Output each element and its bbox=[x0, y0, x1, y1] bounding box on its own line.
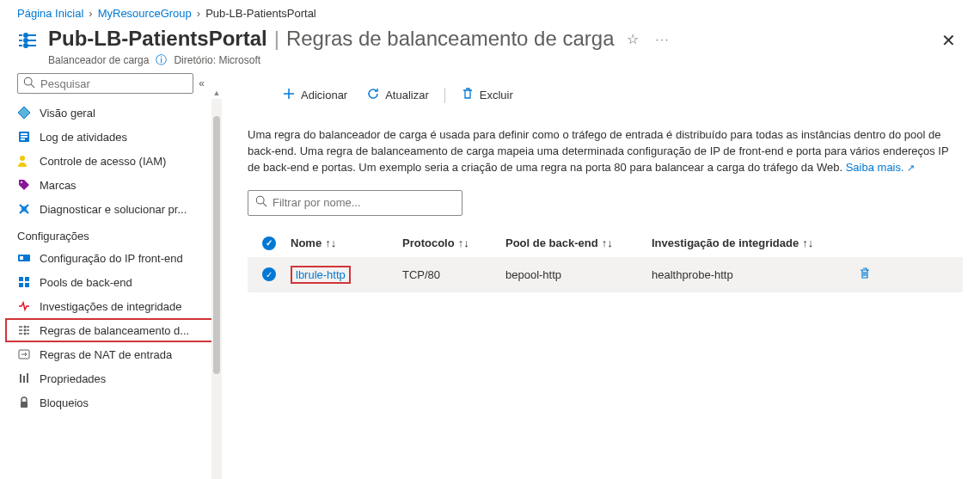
resource-type-label: Balanceador de carga bbox=[48, 54, 149, 66]
description-text: Uma regra do balanceador de carga é usad… bbox=[248, 117, 963, 190]
svg-point-27 bbox=[256, 196, 264, 204]
sidebar-item-overview[interactable]: Visão geral bbox=[0, 101, 222, 125]
svg-line-28 bbox=[263, 203, 266, 206]
page-subtitle: Regras de balanceamento de carga bbox=[286, 27, 615, 51]
info-icon[interactable]: ⓘ bbox=[156, 52, 167, 68]
breadcrumb: Página Inicial › MyResourceGroup › Pub-L… bbox=[0, 0, 980, 23]
sidebar: « Visão geral Log de atividades Controle… bbox=[0, 73, 222, 479]
breadcrumb-link[interactable]: Página Inicial bbox=[17, 7, 83, 20]
activity-log-icon bbox=[17, 130, 31, 144]
scrollbar-thumb[interactable] bbox=[213, 116, 220, 374]
frontend-ip-icon bbox=[17, 251, 31, 265]
svg-rect-25 bbox=[27, 373, 28, 383]
sidebar-item-backend-pools[interactable]: Pools de back-end bbox=[0, 270, 222, 294]
delete-icon bbox=[461, 87, 475, 103]
svg-rect-26 bbox=[21, 402, 28, 408]
sort-icon: ↑↓ bbox=[802, 236, 813, 249]
sidebar-search[interactable] bbox=[17, 73, 193, 94]
column-header-name[interactable]: Nome ↑↓ bbox=[291, 236, 402, 249]
chevron-right-icon: › bbox=[89, 7, 92, 20]
svg-marker-5 bbox=[18, 107, 30, 119]
row-checkbox[interactable]: ✓ bbox=[262, 267, 276, 281]
sidebar-item-lb-rules[interactable]: Regras de balanceamento d... bbox=[5, 318, 217, 342]
rule-name-link[interactable]: lbrule-http bbox=[291, 266, 351, 284]
svg-point-10 bbox=[20, 156, 25, 161]
lb-rules-icon bbox=[17, 323, 31, 337]
sidebar-item-diagnose[interactable]: Diagnosticar e solucionar pr... bbox=[0, 197, 222, 221]
plus-icon bbox=[282, 87, 296, 103]
svg-point-3 bbox=[24, 77, 32, 85]
backend-icon bbox=[17, 275, 31, 289]
sidebar-item-locks[interactable]: Bloqueios bbox=[0, 390, 222, 415]
filter-box[interactable] bbox=[248, 190, 462, 216]
sidebar-item-properties[interactable]: Propriedades bbox=[0, 366, 222, 390]
sidebar-section-settings: Configurações bbox=[0, 221, 222, 246]
column-header-pool[interactable]: Pool de back-end ↑↓ bbox=[505, 236, 652, 249]
overview-icon bbox=[17, 106, 31, 120]
svg-rect-16 bbox=[25, 277, 29, 281]
svg-point-11 bbox=[21, 181, 22, 183]
svg-point-2 bbox=[24, 44, 28, 47]
sidebar-item-activity-log[interactable]: Log de atividades bbox=[0, 125, 222, 149]
column-header-probe[interactable]: Investigação de integridade ↑↓ bbox=[652, 236, 858, 249]
toolbar-separator bbox=[444, 88, 445, 103]
breadcrumb-current[interactable]: Pub-LB-PatientsPortal bbox=[205, 7, 316, 20]
close-button[interactable]: ✕ bbox=[934, 27, 963, 54]
lock-icon bbox=[17, 396, 31, 409]
svg-rect-8 bbox=[21, 136, 28, 138]
svg-rect-24 bbox=[23, 376, 25, 383]
more-button[interactable]: ··· bbox=[651, 31, 676, 47]
column-header-protocol[interactable]: Protocolo ↑↓ bbox=[402, 236, 505, 249]
sidebar-scrollbar[interactable]: ▲ bbox=[211, 99, 222, 479]
probe-icon bbox=[17, 299, 31, 313]
sidebar-search-input[interactable] bbox=[35, 77, 187, 90]
svg-point-21 bbox=[24, 333, 27, 335]
svg-rect-18 bbox=[25, 283, 29, 287]
tags-icon bbox=[17, 178, 31, 192]
nat-icon bbox=[17, 347, 31, 361]
svg-rect-9 bbox=[21, 138, 25, 140]
page-title: Pub-LB-PatientsPortal bbox=[48, 27, 267, 51]
add-button[interactable]: Adicionar bbox=[275, 83, 354, 107]
svg-point-0 bbox=[24, 34, 28, 37]
refresh-icon bbox=[366, 87, 380, 103]
title-separator: | bbox=[274, 27, 279, 51]
search-icon bbox=[255, 195, 267, 210]
sidebar-item-frontend-ip[interactable]: Configuração do IP front-end bbox=[0, 246, 222, 270]
main-content: Adicionar Atualizar Excluir Uma regra do… bbox=[222, 73, 980, 479]
svg-rect-23 bbox=[20, 374, 21, 383]
favorite-button[interactable]: ☆ bbox=[622, 29, 644, 49]
scroll-up-arrow-icon[interactable]: ▲ bbox=[211, 89, 222, 97]
cell-probe: healthprobe-http bbox=[652, 268, 858, 281]
select-all-checkbox[interactable]: ✓ bbox=[262, 236, 276, 250]
cell-protocol: TCP/80 bbox=[402, 268, 505, 281]
sidebar-item-nat-rules[interactable]: Regras de NAT de entrada bbox=[0, 342, 222, 366]
breadcrumb-link[interactable]: MyResourceGroup bbox=[98, 7, 192, 20]
delete-button[interactable]: Excluir bbox=[454, 83, 520, 107]
table-row[interactable]: ✓ lbrule-http TCP/80 bepool-http healthp… bbox=[248, 257, 963, 292]
svg-rect-17 bbox=[19, 283, 23, 287]
chevron-right-icon: › bbox=[197, 7, 200, 20]
table-header: ✓ Nome ↑↓ Protocolo ↑↓ Pool de back-end … bbox=[248, 230, 963, 257]
sidebar-item-access-control[interactable]: Controle de acesso (IAM) bbox=[0, 149, 222, 173]
sidebar-item-tags[interactable]: Marcas bbox=[0, 173, 222, 197]
collapse-sidebar-button[interactable]: « bbox=[199, 77, 205, 89]
load-balancer-icon bbox=[17, 30, 38, 53]
directory-label: Diretório: Microsoft bbox=[174, 54, 260, 66]
page-header: Pub-LB-PatientsPortal | Regras de balanc… bbox=[0, 23, 980, 68]
access-icon bbox=[17, 154, 31, 168]
cell-pool: bepool-http bbox=[505, 268, 652, 281]
refresh-button[interactable]: Atualizar bbox=[359, 83, 436, 107]
sort-icon: ↑↓ bbox=[325, 236, 336, 249]
svg-point-19 bbox=[24, 326, 27, 329]
learn-more-link[interactable]: Saiba mais. ↗ bbox=[846, 161, 916, 174]
svg-point-1 bbox=[24, 39, 28, 42]
sort-icon: ↑↓ bbox=[602, 236, 613, 249]
svg-point-20 bbox=[24, 329, 27, 332]
sort-icon: ↑↓ bbox=[458, 236, 469, 249]
filter-input[interactable] bbox=[267, 196, 455, 209]
properties-icon bbox=[17, 372, 31, 385]
sidebar-item-health-probes[interactable]: Investigações de integridade bbox=[0, 294, 222, 318]
row-delete-button[interactable] bbox=[858, 270, 872, 283]
external-link-icon: ↗ bbox=[907, 163, 915, 173]
